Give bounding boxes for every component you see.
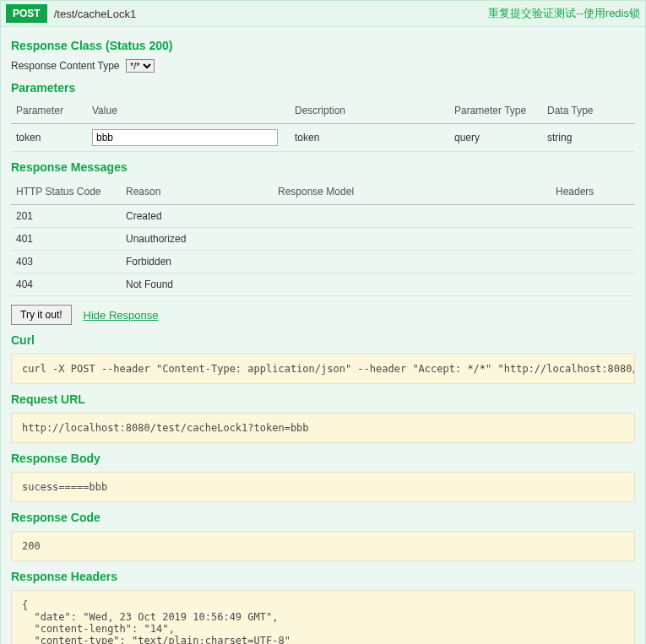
content-type-label: Response Content Type: [11, 60, 120, 72]
status-code: 403: [11, 251, 121, 273]
curl-title: Curl: [11, 333, 635, 347]
status-reason: Unauthorized: [121, 228, 273, 251]
operation-summary: 重复提交验证测试--使用redis锁: [488, 6, 640, 21]
param-description: token: [290, 124, 449, 152]
status-code: 401: [11, 228, 121, 251]
param-value-input[interactable]: [92, 129, 278, 146]
parameters-table: Parameter Value Description Parameter Ty…: [11, 101, 635, 152]
table-row: token token query string: [11, 124, 635, 152]
http-method-badge: POST: [6, 4, 47, 23]
request-url-title: Request URL: [11, 392, 635, 406]
table-row: 404 Not Found: [11, 273, 635, 296]
operation-header[interactable]: POST /test/cacheLock1 重复提交验证测试--使用redis锁: [1, 1, 645, 27]
response-messages-title: Response Messages: [11, 160, 635, 174]
response-body-box: sucess=====bbb: [11, 472, 635, 502]
param-data-type: string: [542, 124, 635, 152]
curl-command: curl -X POST --header "Content-Type: app…: [22, 363, 635, 375]
col-value: Value: [87, 101, 290, 124]
parameters-header-row: Parameter Value Description Parameter Ty…: [11, 101, 635, 124]
status-code: 201: [11, 205, 121, 228]
try-it-out-button[interactable]: Try it out!: [11, 305, 72, 325]
col-description: Description: [290, 101, 449, 124]
response-messages-header-row: HTTP Status Code Reason Response Model H…: [11, 181, 635, 205]
table-row: 401 Unauthorized: [11, 228, 635, 251]
response-body-title: Response Body: [11, 452, 635, 465]
col-data-type: Data Type: [542, 101, 635, 124]
status-reason: Created: [121, 205, 273, 228]
table-row: 201 Created: [11, 205, 635, 228]
status-reason: Forbidden: [121, 251, 273, 273]
response-code-box: 200: [11, 531, 635, 561]
response-messages-table: HTTP Status Code Reason Response Model H…: [11, 181, 635, 296]
endpoint-path: /test/cacheLock1: [54, 8, 137, 20]
operation-body: Response Class (Status 200) Response Con…: [1, 27, 645, 644]
hide-response-link[interactable]: Hide Response: [84, 309, 159, 322]
col-http-status: HTTP Status Code: [11, 181, 121, 205]
param-name: token: [11, 124, 87, 152]
col-param-type: Parameter Type: [449, 101, 542, 124]
col-response-model: Response Model: [273, 181, 551, 205]
request-url-box: http://localhost:8080/test/cacheLock1?to…: [11, 413, 635, 443]
table-row: 403 Forbidden: [11, 251, 635, 273]
operation-panel: POST /test/cacheLock1 重复提交验证测试--使用redis锁…: [0, 0, 646, 644]
col-headers: Headers: [551, 181, 635, 205]
parameters-title: Parameters: [11, 81, 635, 95]
col-reason: Reason: [121, 181, 273, 205]
curl-box[interactable]: curl -X POST --header "Content-Type: app…: [11, 354, 635, 384]
content-type-select[interactable]: */*: [126, 59, 155, 73]
actions-row: Try it out! Hide Response: [11, 305, 635, 325]
col-parameter: Parameter: [11, 101, 87, 124]
param-type: query: [449, 124, 542, 152]
response-code-title: Response Code: [11, 511, 635, 524]
response-headers-title: Response Headers: [11, 570, 635, 583]
status-code: 404: [11, 273, 121, 296]
content-type-row: Response Content Type */*: [11, 59, 635, 73]
response-class-title: Response Class (Status 200): [11, 39, 635, 52]
response-headers-box: { "date": "Wed, 23 Oct 2019 10:56:49 GMT…: [11, 590, 635, 644]
status-reason: Not Found: [121, 273, 273, 296]
